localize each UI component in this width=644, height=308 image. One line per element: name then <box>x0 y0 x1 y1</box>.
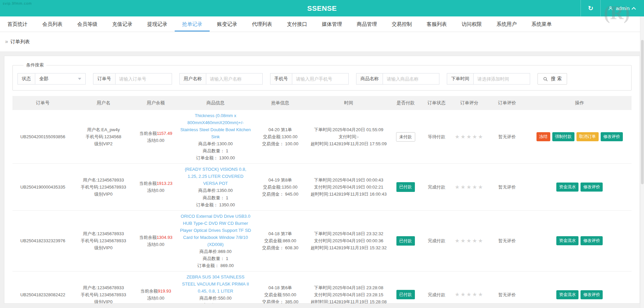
review-cell: 暂无评价 <box>487 271 528 304</box>
nav-item-6[interactable]: 抢单记录 <box>175 16 210 32</box>
action-button[interactable]: 资金流水 <box>556 290 578 299</box>
star-rating: ★★★★★ <box>455 184 484 190</box>
search-panel: 条件搜索 状态 全部 订单号用户名称手机号商品名称下单时间 搜 索 <box>12 62 632 91</box>
action-button[interactable]: 修改评价 <box>581 290 603 299</box>
cell-line: 订单金额： 869.00 <box>180 262 251 269</box>
balance-cell: 当前余额1304.93 冻结0.00 <box>134 210 178 271</box>
chevron-down-icon <box>78 78 81 80</box>
nav-item-7[interactable]: 账变记录 <box>210 16 245 32</box>
cell-line: 用户名:12345678933 <box>75 230 132 237</box>
action-button[interactable]: 修改评价 <box>581 183 603 192</box>
review-text: 暂无评价 <box>498 292 516 297</box>
grab-info-cell: 04-20 第1单交易金额:1300.00交易佣金： 100.00 <box>253 110 307 164</box>
nav-item-8[interactable]: 代理列表 <box>245 16 280 32</box>
cell-line: 04-18 第7单 <box>255 230 305 237</box>
status-cell: 等待付款 <box>421 110 452 164</box>
refresh-button[interactable]: ↻ <box>581 0 600 16</box>
table-row: UB2504190000435335 用户名:12345678933手机号码:1… <box>12 164 632 210</box>
nav-item-15[interactable]: 系统用户 <box>489 16 524 32</box>
field-input-3[interactable] <box>292 73 349 85</box>
action-button[interactable]: 修改评价 <box>601 132 623 141</box>
action-button[interactable]: 资金流水 <box>556 183 578 192</box>
balance-line: 当前余额1913.23 <box>136 180 176 187</box>
status-label: 状态 <box>17 73 35 85</box>
review-text: 暂无评价 <box>498 185 516 190</box>
search-button[interactable]: 搜 索 <box>538 73 567 85</box>
order-no-cell: UB2504190000435335 <box>12 164 73 210</box>
action-button[interactable]: 资金流水 <box>556 236 578 245</box>
cell-line: 交易佣金： 608.30 <box>255 244 305 251</box>
action-button[interactable]: 修改评价 <box>581 236 603 245</box>
cell-line: 用户名:12345678933 <box>75 284 132 291</box>
vertical-scrollbar[interactable] <box>640 16 644 308</box>
col-header: 是否付款 <box>390 96 421 110</box>
field-input-5[interactable] <box>474 73 530 85</box>
nav-item-3[interactable]: 会员等级 <box>70 16 105 32</box>
nav-item-10[interactable]: 媒体管理 <box>314 16 349 32</box>
nav-item-5[interactable]: 提现记录 <box>140 16 175 32</box>
order-no: UB2504182328082422 <box>20 292 65 297</box>
col-header: 操作 <box>527 96 632 110</box>
rating-cell: ★★★★★ <box>452 210 486 271</box>
frozen-line: 冻结0.00 <box>136 241 176 248</box>
balance-amount: 919.93 <box>158 289 171 294</box>
order-no-cell: UB2504182328082422 <box>12 271 73 304</box>
action-button[interactable]: 强制付款 <box>552 132 574 141</box>
nav-item-4[interactable]: 充值记录 <box>105 16 140 32</box>
nav-item-11[interactable]: 商品管理 <box>349 16 384 32</box>
cell-line: 04-19 第8单 <box>255 176 305 184</box>
order-status: 完成付款 <box>428 292 445 297</box>
paid-badge: 已付款 <box>396 290 415 299</box>
status-select[interactable]: 全部 <box>35 73 86 85</box>
product-link[interactable]: {READY STOCK} VISIONS 0.8, 1.25, 2.25 LI… <box>180 166 251 187</box>
product-link[interactable]: Thickness (0.08mm x 800mmX460mmX200mm)+/… <box>180 112 251 140</box>
cell-line: 04-20 第1单 <box>255 126 305 133</box>
product-cell: ORICO External DVD Drive USB3.0 HUB Type… <box>178 210 253 271</box>
cell-line: 下单时间:2025年04月20日 01:55:09 <box>309 126 388 133</box>
review-text: 暂无评价 <box>498 134 516 139</box>
status-value: 全部 <box>39 76 48 82</box>
order-no: UB2504200155093856 <box>20 134 65 139</box>
cell-line: 级别VIP0 <box>75 191 132 198</box>
cell-line: 支付时间:- <box>309 133 388 140</box>
nav-item-16[interactable]: 系统菜单 <box>524 16 559 32</box>
nav-item-14[interactable]: 访问权限 <box>454 16 489 32</box>
product-link[interactable]: ORICO External DVD Drive USB3.0 HUB Type… <box>180 213 251 248</box>
user-menu[interactable]: admin <box>601 0 644 16</box>
product-detail: 商品单价:550.00商品数量： 1订单金额： 550.00 <box>180 295 251 304</box>
nav-item-1[interactable]: 首页统计 <box>0 16 35 32</box>
user-cell: 用户名:12345678933手机号码:12345678933级别VIP0 <box>73 210 134 271</box>
cell-line: 用户名:12345678933 <box>75 176 132 184</box>
refresh-icon: ↻ <box>588 4 593 12</box>
nav-item-2[interactable]: 会员列表 <box>35 16 70 32</box>
action-button[interactable]: 取消订单 <box>576 132 599 141</box>
review-cell: 暂无评价 <box>487 164 528 210</box>
breadcrumb-arrow-icon: » <box>5 39 8 45</box>
col-header: 订单状态 <box>421 96 452 110</box>
col-header: 抢单信息 <box>253 96 307 110</box>
table-row: UB2504182328082422 用户名:12345678933手机号码:1… <box>12 271 632 304</box>
field-input-1[interactable] <box>116 73 172 85</box>
field-input-2[interactable] <box>206 73 263 85</box>
cell-line: 级别VIP0 <box>75 298 132 304</box>
rating-cell: ★★★★★ <box>452 110 486 164</box>
breadcrumb-label: 订单列表 <box>10 39 30 45</box>
product-link[interactable]: ZEBRA SUS 304 STAINLESS STEEL VACUUM FLA… <box>180 273 251 295</box>
nav-item-9[interactable]: 支付接口 <box>280 16 314 32</box>
cell-line: 商品单价:550.00 <box>180 295 251 302</box>
cell-line: 超时时间:1142819年11月20日 17:55:09 <box>309 140 388 147</box>
time-cell: 下单时间:2025年04月19日 00:00:43支付时间:2025年04月19… <box>307 164 390 210</box>
cell-line: 商品单价:1300.00 <box>180 140 251 147</box>
balance-cell: 当前余额1913.23 冻结0.00 <box>134 164 178 210</box>
nav-item-12[interactable]: 交易控制 <box>384 16 419 32</box>
scrollbar-thumb[interactable] <box>641 40 644 184</box>
cell-line: 商品单价:869.00 <box>180 248 251 255</box>
paid-badge: 未付款 <box>396 132 416 142</box>
nav-item-13[interactable]: 客服列表 <box>419 16 454 32</box>
paid-badge: 已付款 <box>396 182 415 192</box>
grab-info-cell: 04-18 第6单交易金额:550.00交易佣金： 385.00 <box>253 271 307 304</box>
field-input-4[interactable] <box>383 73 439 85</box>
action-button[interactable]: 冻结 <box>536 132 550 141</box>
search-icon <box>543 76 548 82</box>
cell-line: 下单时间:2025年04月18日 23:28:08 <box>309 284 388 291</box>
